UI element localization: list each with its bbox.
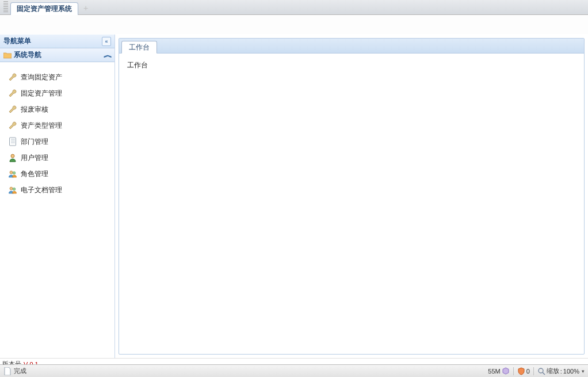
page-icon xyxy=(3,367,12,375)
status-zoom-label: 缩放 xyxy=(547,367,559,375)
svg-rect-0 xyxy=(10,138,16,146)
svg-point-4 xyxy=(11,154,14,158)
tab-workbench-label: 工作台 xyxy=(129,43,150,52)
wrench-icon xyxy=(8,121,17,130)
document-icon xyxy=(8,137,17,146)
wrench-icon xyxy=(8,105,17,114)
separator xyxy=(533,367,534,375)
content-panel: 工作台 工作台 xyxy=(119,38,585,355)
accordion-section-header[interactable]: 系统导航 ︽ xyxy=(0,48,114,62)
zoom-icon xyxy=(537,367,545,375)
toolbar-spacer xyxy=(0,15,588,35)
content-tabstrip: 工作台 xyxy=(119,39,584,54)
nav-item-asset-mgmt[interactable]: 固定资产管理 xyxy=(8,85,114,101)
separator xyxy=(513,367,514,375)
svg-point-7 xyxy=(10,187,13,190)
nav-item-label: 固定资产管理 xyxy=(21,89,62,98)
tab-workbench[interactable]: 工作台 xyxy=(121,41,157,54)
main-tab[interactable]: 固定资产管理系统 xyxy=(10,2,78,15)
status-left: 完成 xyxy=(3,367,26,375)
main-tab-label: 固定资产管理系统 xyxy=(17,4,72,14)
nav-item-scrap-review[interactable]: 报废审核 xyxy=(8,101,114,117)
shield-icon xyxy=(517,367,525,375)
sidebar-header: 导航菜单 « xyxy=(0,35,114,48)
users-icon xyxy=(8,185,17,195)
sidebar-title: 导航菜单 xyxy=(3,36,31,46)
content-body-text: 工作台 xyxy=(127,61,148,69)
chevron-up-icon: ︽ xyxy=(104,51,112,59)
top-tabbar: 固定资产管理系统 + xyxy=(0,0,588,15)
svg-point-9 xyxy=(539,368,543,373)
nav-item-label: 角色管理 xyxy=(21,169,48,179)
nav-item-label: 部门管理 xyxy=(21,137,48,147)
content-area: 工作台 工作台 xyxy=(115,35,588,358)
plus-icon: + xyxy=(83,3,88,13)
status-right: 55M 0 缩放 : 100% ▾ xyxy=(488,367,585,375)
folder-icon xyxy=(3,52,12,59)
nav-item-label: 资产类型管理 xyxy=(21,121,62,131)
nav-item-user-mgmt[interactable]: 用户管理 xyxy=(8,150,114,166)
users-icon xyxy=(8,169,17,178)
status-zoom-value[interactable]: 100% xyxy=(563,368,579,375)
nav-item-role-mgmt[interactable]: 角色管理 xyxy=(8,166,114,182)
nav-item-label: 用户管理 xyxy=(21,153,48,163)
status-done-text: 完成 xyxy=(14,367,26,375)
content-body: 工作台 xyxy=(119,54,584,354)
drag-handle-icon[interactable] xyxy=(3,1,8,13)
svg-point-8 xyxy=(13,188,16,191)
add-tab-button[interactable]: + xyxy=(81,3,91,13)
wrench-icon xyxy=(8,73,17,82)
status-mem: 55M xyxy=(488,368,500,375)
svg-point-6 xyxy=(13,172,16,174)
nav-item-label: 查询固定资产 xyxy=(21,73,62,82)
cube-icon xyxy=(502,367,510,375)
nav-list: 查询固定资产 固定资产管理 报废审核 资产类型管理 部门管理 用户管理 xyxy=(0,62,114,198)
sidebar: 导航菜单 « 系统导航 ︽ 查询固定资产 固定资产管理 xyxy=(0,35,115,358)
chevron-down-icon[interactable]: ▾ xyxy=(582,368,585,374)
user-icon xyxy=(8,153,17,162)
nav-item-dept-mgmt[interactable]: 部门管理 xyxy=(8,134,114,150)
chevron-left-icon: « xyxy=(105,39,108,44)
nav-item-asset-type[interactable]: 资产类型管理 xyxy=(8,117,114,134)
status-bar: 完成 55M 0 缩放 : 100% ▾ xyxy=(0,364,588,377)
collapse-sidebar-button[interactable]: « xyxy=(102,37,111,46)
accordion-section-label: 系统导航 xyxy=(14,50,41,60)
wrench-icon xyxy=(8,89,17,98)
nav-item-query-asset[interactable]: 查询固定资产 xyxy=(8,69,114,85)
status-count: 0 xyxy=(526,368,530,375)
svg-point-5 xyxy=(10,171,13,174)
nav-item-label: 电子文档管理 xyxy=(21,185,62,195)
nav-item-label: 报废审核 xyxy=(21,105,48,115)
main-area: 导航菜单 « 系统导航 ︽ 查询固定资产 固定资产管理 xyxy=(0,35,588,358)
svg-line-10 xyxy=(543,372,545,375)
nav-item-edoc-mgmt[interactable]: 电子文档管理 xyxy=(8,182,114,198)
